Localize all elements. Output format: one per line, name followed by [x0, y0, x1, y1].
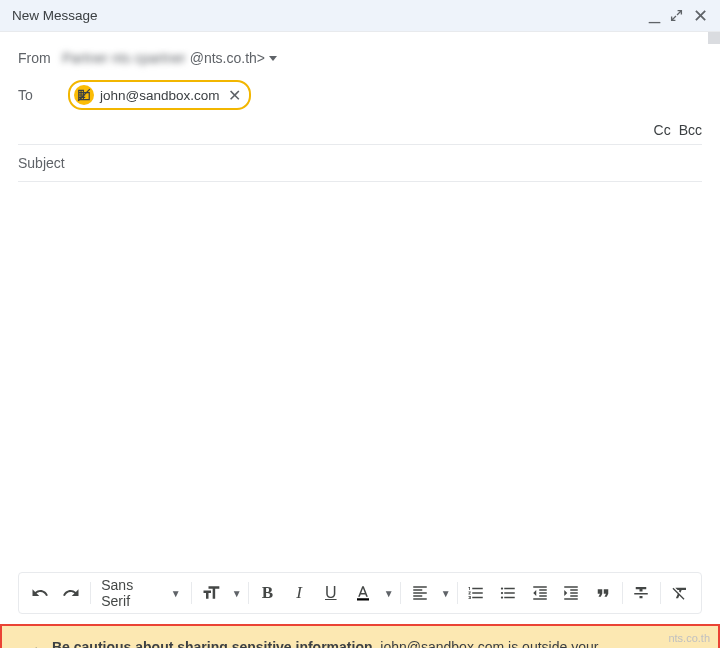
recipient-chip[interactable]: john@sandbox.com ✕ — [68, 80, 251, 110]
align-button[interactable] — [405, 578, 435, 608]
toolbar-separator — [400, 582, 401, 604]
warning-bold: Be cautious about sharing sensitive info… — [52, 639, 376, 648]
bold-button[interactable]: B — [253, 578, 283, 608]
from-name-blurred: Partner nts cpartner — [62, 50, 186, 66]
remove-formatting-button[interactable] — [665, 578, 695, 608]
chip-email: john@sandbox.com — [100, 88, 220, 103]
close-button[interactable]: ✕ — [693, 7, 708, 25]
warning-text: Be cautious about sharing sensitive info… — [52, 638, 665, 648]
toolbar-separator — [660, 582, 661, 604]
to-row: To john@sandbox.com ✕ — [18, 74, 702, 116]
footer-domain-text: nts.co.th — [668, 632, 710, 644]
external-org-icon — [74, 85, 94, 105]
subject-input[interactable] — [18, 155, 702, 171]
toolbar-separator — [622, 582, 623, 604]
scrollbar[interactable] — [708, 32, 720, 44]
cc-toggle[interactable]: Cc — [654, 122, 671, 138]
compose-header: New Message _ ✕ — [0, 0, 720, 32]
toolbar-separator — [90, 582, 91, 604]
font-size-caret-icon[interactable]: ▼ — [226, 578, 244, 608]
expand-button[interactable] — [670, 9, 683, 22]
to-label: To — [18, 87, 62, 103]
svg-rect-0 — [357, 598, 369, 600]
text-color-caret-icon[interactable]: ▼ — [378, 578, 396, 608]
redo-button[interactable] — [57, 578, 87, 608]
bcc-toggle[interactable]: Bcc — [679, 122, 702, 138]
subject-row — [18, 145, 702, 182]
compose-title: New Message — [12, 8, 98, 23]
toolbar-separator — [191, 582, 192, 604]
message-body-editor[interactable] — [18, 182, 702, 572]
align-caret-icon[interactable]: ▼ — [435, 578, 453, 608]
compose-body-area: From Partner nts cpartner @nts.co.th> To… — [0, 32, 720, 572]
from-caret-icon[interactable] — [269, 56, 277, 61]
font-family-dropdown[interactable]: Sans Serif▼ — [95, 578, 187, 608]
from-domain: @nts.co.th> — [190, 50, 265, 66]
chip-remove-icon[interactable]: ✕ — [228, 86, 241, 105]
minimize-button[interactable]: _ — [649, 2, 660, 22]
italic-button[interactable]: I — [284, 578, 314, 608]
numbered-list-button[interactable] — [462, 578, 492, 608]
window-controls: _ ✕ — [649, 6, 708, 26]
font-size-button[interactable] — [196, 578, 226, 608]
external-recipient-warning: Be cautious about sharing sensitive info… — [0, 624, 720, 648]
underline-button[interactable]: U — [316, 578, 346, 608]
text-color-button[interactable] — [348, 578, 378, 608]
toolbar-separator — [457, 582, 458, 604]
toolbar-separator — [248, 582, 249, 604]
from-row: From Partner nts cpartner @nts.co.th> — [18, 42, 702, 74]
indent-less-button[interactable] — [525, 578, 555, 608]
quote-button[interactable] — [588, 578, 618, 608]
cc-bcc-row: Cc Bcc — [18, 116, 702, 145]
indent-more-button[interactable] — [556, 578, 586, 608]
from-label: From — [18, 50, 62, 66]
format-toolbar: Sans Serif▼ ▼ B I U ▼ ▼ — [18, 572, 702, 614]
bulleted-list-button[interactable] — [493, 578, 523, 608]
from-value[interactable]: Partner nts cpartner @nts.co.th> — [62, 50, 277, 66]
strikethrough-button[interactable] — [627, 578, 657, 608]
undo-button[interactable] — [25, 578, 55, 608]
